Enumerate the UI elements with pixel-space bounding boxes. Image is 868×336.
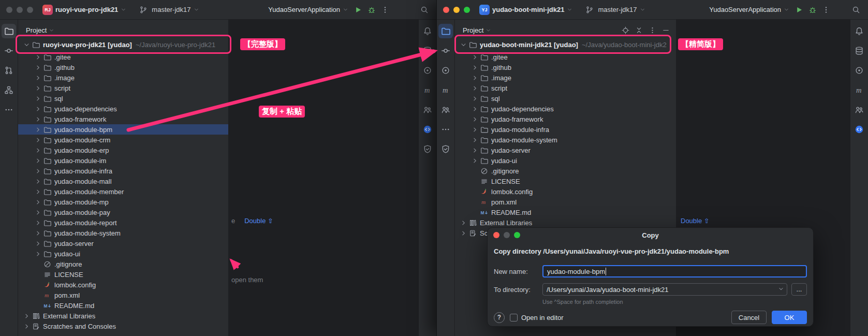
new-name-input[interactable]: yudao-module-bpm <box>542 265 807 277</box>
tree-item-yudao-module-crm[interactable]: yudao-module-crm <box>18 135 228 145</box>
more-icon[interactable] <box>438 122 453 137</box>
panel-options-icon[interactable] <box>646 24 658 36</box>
gradle-icon[interactable] <box>438 103 453 117</box>
gradle-icon[interactable] <box>852 103 866 117</box>
profiler-icon[interactable] <box>420 63 435 78</box>
tree-item-lombok-config[interactable]: lombok.config <box>455 186 676 197</box>
chevron-down-icon[interactable] <box>49 27 54 33</box>
chevron-right-icon[interactable] <box>459 218 468 227</box>
notifications-bell-icon[interactable] <box>420 24 435 38</box>
chevron-right-icon[interactable] <box>34 63 42 72</box>
close-button[interactable] <box>443 7 449 13</box>
gradle-icon[interactable] <box>420 103 435 117</box>
tree-item-yudao-module-erp[interactable]: yudao-module-erp <box>18 145 228 155</box>
structure-icon[interactable] <box>2 83 16 97</box>
chevron-right-icon[interactable] <box>470 74 479 82</box>
branch-widget[interactable]: master-jdk17 <box>582 3 647 17</box>
open-in-editor-checkbox[interactable]: Open in editor <box>510 314 564 322</box>
tree-item-yudao-module-system[interactable]: yudao-module-system <box>18 228 228 238</box>
chevron-right-icon[interactable] <box>22 312 31 320</box>
project-widget[interactable]: YJ yudao-boot-mini-jdk21 <box>477 4 575 16</box>
chevron-right-icon[interactable] <box>34 177 42 186</box>
ai-assistant-icon[interactable] <box>420 122 435 137</box>
tree-item-yudao-dependencies[interactable]: yudao-dependencies <box>18 104 228 114</box>
tree-item-gitignore[interactable]: .gitignore <box>455 166 676 176</box>
project-folder-icon[interactable] <box>2 24 16 38</box>
run-button[interactable] <box>793 4 805 16</box>
ai-assistant-icon[interactable] <box>852 122 866 137</box>
browse-button[interactable]: ... <box>791 283 807 296</box>
tree-item-readme-md[interactable]: MREADME.md <box>455 207 676 217</box>
project-widget[interactable]: RJ ruoyi-vue-pro-jdk21 <box>40 4 128 16</box>
chevron-right-icon[interactable] <box>470 136 479 144</box>
zoom-button[interactable] <box>27 7 33 13</box>
qodana-shield-icon[interactable] <box>420 142 435 156</box>
commit-icon[interactable] <box>438 43 453 58</box>
chevron-right-icon[interactable] <box>34 187 42 196</box>
tree-item-license[interactable]: LICENSE <box>18 269 228 280</box>
tree-item-script[interactable]: script <box>455 83 676 93</box>
to-directory-combobox[interactable]: /Users/yunai/Java/yudao-boot-mini-jdk21 <box>542 283 787 296</box>
tree-item-pom-xml[interactable]: mpom.xml <box>18 290 228 300</box>
tree-item-sql[interactable]: sql <box>455 93 676 104</box>
tree-item-gitee[interactable]: .gitee <box>18 52 228 62</box>
chevron-down-icon[interactable] <box>486 27 491 33</box>
tree-item-yudao-module-system[interactable]: yudao-module-system <box>455 135 676 145</box>
commit-icon[interactable] <box>2 43 16 58</box>
chevron-right-icon[interactable] <box>34 115 42 124</box>
chevron-right-icon[interactable] <box>470 115 479 124</box>
minimize-button[interactable] <box>453 7 460 13</box>
chevron-right-icon[interactable] <box>34 94 42 103</box>
tree-item-sql[interactable]: sql <box>18 93 228 104</box>
hide-panel-icon[interactable] <box>659 24 672 36</box>
chevron-right-icon[interactable] <box>34 218 42 227</box>
tree-item-yudao-framework[interactable]: yudao-framework <box>18 114 228 124</box>
tree-item-yudao-module-infra[interactable]: yudao-module-infra <box>455 124 676 135</box>
tree-item-github[interactable]: .github <box>18 62 228 72</box>
tree-item-yudao-module-mp[interactable]: yudao-module-mp <box>18 197 228 207</box>
dialog-zoom-button[interactable] <box>514 232 520 238</box>
tree-item-yudao-module-member[interactable]: yudao-module-member <box>18 186 228 197</box>
maven-icon[interactable]: m <box>420 83 435 97</box>
chevron-right-icon[interactable] <box>34 239 42 248</box>
chevron-right-icon[interactable] <box>34 156 42 165</box>
run-config-widget[interactable]: YudaoServerApplication <box>266 5 350 14</box>
run-config-widget[interactable]: YudaoServerApplication <box>707 5 791 14</box>
chevron-right-icon[interactable] <box>34 208 42 217</box>
tree-root-yudao-boot-mini-jdk21-yudao[interactable]: yudao-boot-mini-jdk21 [yudao]~/Java/yuda… <box>455 39 676 50</box>
debug-button[interactable] <box>366 4 377 16</box>
tree-item-yudao-module-infra[interactable]: yudao-module-infra <box>18 166 228 176</box>
chevron-right-icon[interactable] <box>470 125 479 134</box>
qodana-shield-icon[interactable] <box>438 142 453 156</box>
collapse-all-icon[interactable] <box>632 24 645 36</box>
chevron-right-icon[interactable] <box>34 250 42 258</box>
tree-item-yudao-module-report[interactable]: yudao-module-report <box>18 217 228 228</box>
tree-item-yudao-module-mall[interactable]: yudao-module-mall <box>18 176 228 186</box>
tree-item-gitee[interactable]: .gitee <box>455 52 676 62</box>
more-icon[interactable] <box>2 103 16 117</box>
maven-icon[interactable]: m <box>852 83 866 97</box>
search-everywhere-icon[interactable] <box>419 4 430 16</box>
chevron-right-icon[interactable] <box>459 229 468 238</box>
chevron-right-icon[interactable] <box>470 146 479 155</box>
profiler-icon[interactable] <box>852 63 866 78</box>
ok-button[interactable]: OK <box>772 311 807 324</box>
tree-item-lombok-config[interactable]: lombok.config <box>18 280 228 290</box>
locate-file-icon[interactable] <box>619 24 631 36</box>
tree-item-pom-xml[interactable]: mpom.xml <box>455 197 676 207</box>
tree-item-yudao-server[interactable]: yudao-server <box>455 145 676 155</box>
chevron-right-icon[interactable] <box>470 94 479 103</box>
chevron-right-icon[interactable] <box>34 229 42 238</box>
chevron-right-icon[interactable] <box>34 74 42 82</box>
tree-item-yudao-module-bpm[interactable]: yudao-module-bpm <box>18 124 228 135</box>
tree-root-ruoyi-vue-pro-jdk21-yudao[interactable]: ruoyi-vue-pro-jdk21 [yudao]~/Java/ruoyi-… <box>18 39 228 50</box>
chevron-right-icon[interactable] <box>34 84 42 93</box>
tree-item-readme-md[interactable]: MREADME.md <box>18 300 228 311</box>
chevron-right-icon[interactable] <box>34 198 42 207</box>
tree-item-yudao-dependencies[interactable]: yudao-dependencies <box>455 104 676 114</box>
tree-item-yudao-ui[interactable]: yudao-ui <box>18 249 228 259</box>
tree-item-yudao-server[interactable]: yudao-server <box>18 238 228 249</box>
chevron-right-icon[interactable] <box>34 136 42 144</box>
chevron-right-icon[interactable] <box>22 322 31 331</box>
chevron-down-icon[interactable] <box>22 40 31 49</box>
